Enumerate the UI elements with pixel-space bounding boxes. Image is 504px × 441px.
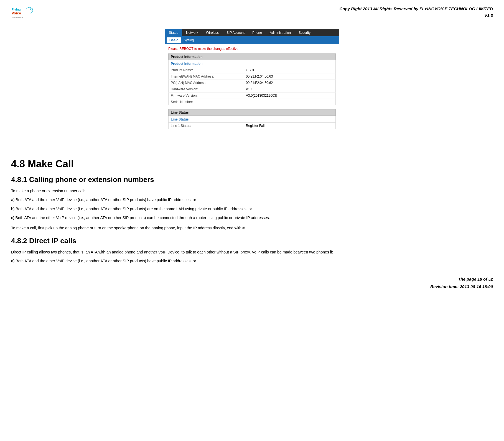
product-info-table: Product Name: GB01 Internet(WAN) MAC Add… bbox=[168, 67, 336, 105]
page-header: Flying Voice VoiceoverIP Copy Right 2013… bbox=[11, 6, 493, 23]
product-info-subheader: Product Information bbox=[168, 60, 336, 67]
footer-revision: Revision time: 2013-08-16 18:00 bbox=[11, 283, 493, 290]
product-section-header: Product Information bbox=[168, 53, 336, 60]
field-value: 00:21:F2:04:60:63 bbox=[244, 73, 336, 80]
table-row: Serial Number: bbox=[169, 99, 336, 105]
logo: Flying Voice VoiceoverIP bbox=[11, 6, 33, 23]
section-481-para-4: c) Both ATA and the other VoIP device (i… bbox=[11, 215, 493, 221]
subnav-basic[interactable]: Basic bbox=[167, 37, 181, 43]
section-481-title: 4.8.1 Calling phone or extension numbers bbox=[11, 175, 493, 184]
nav-status[interactable]: Status bbox=[165, 29, 182, 36]
section-482-title: 4.8.2 Direct IP calls bbox=[11, 237, 493, 245]
svg-text:Flying: Flying bbox=[12, 8, 21, 11]
device-screenshot: Status Network Wireless SIP Account Phon… bbox=[165, 29, 339, 136]
field-label: Product Name: bbox=[169, 67, 244, 73]
section-482-para-1: Direct IP calling allows two phones, tha… bbox=[11, 249, 493, 255]
field-value: Register Fail bbox=[244, 123, 336, 129]
nav-administration[interactable]: Administration bbox=[266, 29, 295, 36]
reboot-message: Please REBOOT to make the changes effect… bbox=[168, 47, 336, 51]
copyright-text: Copy Right 2013 All Rights Reserved by F… bbox=[340, 6, 493, 19]
field-label: Internet(WAN) MAC Address: bbox=[169, 73, 244, 80]
nav-wireless[interactable]: Wireless bbox=[202, 29, 223, 36]
field-value: GB01 bbox=[244, 67, 336, 73]
field-label: PC(LAN) MAC Address: bbox=[169, 80, 244, 86]
field-value: 00:21:F2:04:60:62 bbox=[244, 80, 336, 86]
table-row: Firmware Version: V3.0(201303212003) bbox=[169, 93, 336, 99]
section-481-para-5: To make a call, first pick up the analog… bbox=[11, 225, 493, 231]
table-row: Product Name: GB01 bbox=[169, 67, 336, 73]
sub-nav-bar: Basic Syslog bbox=[165, 36, 339, 44]
table-row: Internet(WAN) MAC Address: 00:21:F2:04:6… bbox=[169, 73, 336, 80]
section-481-para-2: a) Both ATA and the other VoIP device (i… bbox=[11, 197, 493, 203]
nav-phone[interactable]: Phone bbox=[248, 29, 266, 36]
table-row: PC(LAN) MAC Address: 00:21:F2:04:60:62 bbox=[169, 80, 336, 86]
line-section-header: Line Status bbox=[168, 109, 336, 116]
field-value bbox=[244, 99, 336, 105]
line-status-table: Line 1 Status: Register Fail bbox=[168, 122, 336, 129]
line-info-subheader: Line Status bbox=[168, 116, 336, 122]
content-area: Please REBOOT to make the changes effect… bbox=[165, 44, 339, 136]
subnav-syslog[interactable]: Syslog bbox=[181, 37, 197, 43]
field-label: Line 1 Status: bbox=[169, 123, 244, 129]
nav-sip-account[interactable]: SIP Account bbox=[223, 29, 248, 36]
section-481-para-3: b) Both ATA and the other VoIP device (i… bbox=[11, 206, 493, 212]
field-value: V1.1 bbox=[244, 86, 336, 93]
section-481-para-1: To make a phone or extension number call… bbox=[11, 188, 493, 194]
table-row: Hardware Version: V1.1 bbox=[169, 86, 336, 93]
section-482-para-2: a) Both ATA and the other VoIP device (i… bbox=[11, 258, 493, 264]
field-label: Serial Number: bbox=[169, 99, 244, 105]
nav-network[interactable]: Network bbox=[182, 29, 202, 36]
section-48-title: 4.8 Make Call bbox=[11, 158, 493, 170]
field-label: Firmware Version: bbox=[169, 93, 244, 99]
field-label: Hardware Version: bbox=[169, 86, 244, 93]
document-content: 4.8 Make Call 4.8.1 Calling phone or ext… bbox=[11, 147, 493, 293]
svg-text:VoiceoverIP: VoiceoverIP bbox=[12, 16, 24, 19]
field-value: V3.0(201303212003) bbox=[244, 93, 336, 99]
svg-text:Voice: Voice bbox=[12, 11, 21, 15]
nav-bar: Status Network Wireless SIP Account Phon… bbox=[165, 29, 339, 36]
nav-security[interactable]: Security bbox=[295, 29, 314, 36]
table-row: Line 1 Status: Register Fail bbox=[169, 123, 336, 129]
footer: The page 18 of 52 Revision time: 2013-08… bbox=[11, 275, 493, 290]
footer-page: The page 18 of 52 bbox=[11, 275, 493, 283]
